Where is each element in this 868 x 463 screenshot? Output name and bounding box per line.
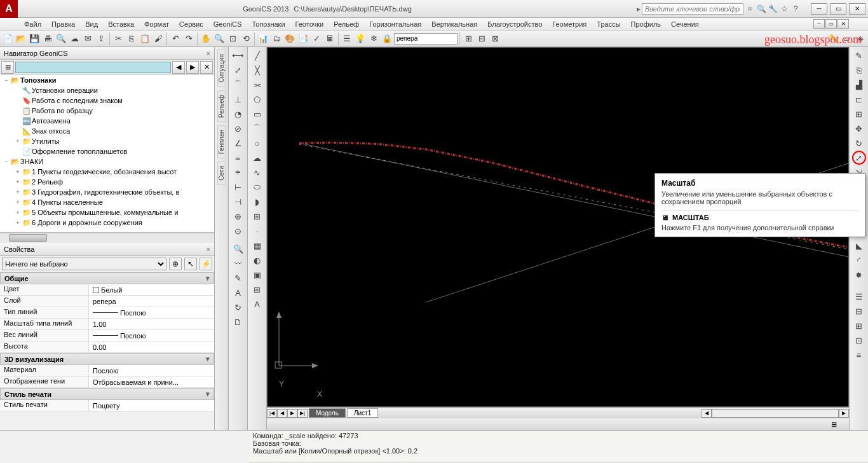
point-icon[interactable]: ∙: [250, 224, 264, 238]
prop-row[interactable]: Цвет Белый: [0, 284, 214, 296]
doc-minimize-button[interactable]: ─: [813, 19, 825, 29]
undo-icon[interactable]: ↶: [169, 32, 182, 45]
zoom-realtime-icon[interactable]: 🔍: [213, 32, 226, 45]
tree-item[interactable]: 📋Работа по образцу: [0, 106, 214, 116]
prop-section[interactable]: Общие▾: [0, 272, 214, 284]
layer-combo[interactable]: [394, 33, 458, 45]
redo-icon[interactable]: ↷: [182, 32, 195, 45]
layers-off-icon[interactable]: ⊠: [489, 32, 501, 45]
tree-scrollbar[interactable]: [0, 233, 214, 243]
toolpalette-icon[interactable]: 🎨: [283, 32, 296, 45]
menu-toposigns[interactable]: Топознаки: [247, 19, 290, 29]
app-logo[interactable]: A: [0, 0, 18, 18]
properties-close-icon[interactable]: ×: [207, 245, 210, 253]
key-icon[interactable]: 🔧: [768, 4, 778, 14]
open-icon[interactable]: 📂: [15, 32, 27, 45]
tree-item[interactable]: 🔤Автозамена: [0, 116, 214, 126]
match-icon[interactable]: 🖌: [152, 32, 165, 45]
layers-tool-icon[interactable]: ⊞: [462, 32, 475, 45]
menu-routes[interactable]: Трассы: [592, 19, 625, 29]
prop-row[interactable]: Вес линий Послою: [0, 330, 214, 342]
layer-tool3-icon[interactable]: ⊞: [852, 319, 866, 333]
tab-first-icon[interactable]: |◀: [267, 409, 277, 418]
menu-service[interactable]: Сервис: [174, 19, 208, 29]
prop-row[interactable]: Тип линий Послою: [0, 307, 214, 319]
tree-item[interactable]: −📂ЗНАКИ: [0, 156, 214, 167]
navigator-search-input[interactable]: [15, 62, 171, 73]
menu-vertical[interactable]: Вертикальная: [426, 19, 482, 29]
tab-prev-icon[interactable]: ◀: [277, 409, 287, 418]
dimupdate-icon[interactable]: ↻: [231, 300, 245, 314]
vtab-networks[interactable]: Сети: [217, 162, 226, 185]
region-icon[interactable]: ▣: [250, 268, 264, 282]
tab-model[interactable]: Модель: [309, 408, 346, 418]
copy2-icon[interactable]: ⎘: [852, 63, 866, 77]
save-icon[interactable]: 💾: [28, 32, 41, 45]
close-button[interactable]: ✕: [849, 3, 865, 15]
vtab-situation[interactable]: Ситуация: [217, 50, 226, 87]
dimstyle-icon[interactable]: 🗋: [231, 315, 245, 329]
ellipse-icon[interactable]: ⬭: [250, 180, 264, 194]
layer-lock-icon[interactable]: 🔒: [381, 32, 393, 45]
help-icon[interactable]: ?: [790, 4, 801, 14]
menu-relief[interactable]: Рельеф: [329, 19, 364, 29]
zoom-window-icon[interactable]: ⊡: [226, 32, 239, 45]
mtext-icon[interactable]: A: [250, 297, 264, 311]
layer-tool1-icon[interactable]: ☰: [852, 289, 866, 303]
line-icon[interactable]: ╱: [250, 48, 264, 62]
tree-item[interactable]: +📁6 Дороги и дорожные сооружения: [0, 218, 214, 228]
prop-section[interactable]: Стиль печати▾: [0, 388, 214, 400]
menu-sections[interactable]: Сечения: [666, 19, 704, 29]
sheetset-icon[interactable]: 📑: [297, 32, 309, 45]
infocenter-icon[interactable]: ⌗: [745, 4, 755, 14]
paste-icon[interactable]: 📋: [139, 32, 151, 45]
revcloud-icon[interactable]: ☁: [250, 151, 264, 165]
prop-section[interactable]: 3D визуализация▾: [0, 353, 214, 365]
new-icon[interactable]: 📄: [1, 32, 14, 45]
menu-edit[interactable]: Правка: [46, 19, 80, 29]
measure-icon[interactable]: 📏: [827, 32, 840, 45]
offset-icon[interactable]: ⊏: [852, 92, 866, 106]
circle-icon[interactable]: ○: [250, 136, 264, 150]
doc-close-button[interactable]: ✕: [837, 19, 849, 29]
send-icon[interactable]: ✉: [81, 32, 94, 45]
select-icon[interactable]: ↖: [184, 258, 197, 270]
menu-view[interactable]: Вид: [80, 19, 103, 29]
tree-item[interactable]: +📁5 Объекты промышленные, коммунальные и: [0, 207, 214, 218]
layer-tool4-icon[interactable]: ⊡: [852, 333, 866, 347]
export-icon[interactable]: ⇪: [95, 32, 107, 45]
menu-file[interactable]: Файл: [19, 19, 46, 29]
navigator-tree[interactable]: −📂Топознаки🔧Установки операции🔖Работа с …: [0, 75, 214, 233]
tree-item[interactable]: 🔖Работа с последним знаком: [0, 95, 214, 106]
cut-icon[interactable]: ✂: [112, 32, 125, 45]
menu-horizontal[interactable]: Горизонтальная: [364, 19, 426, 29]
layer-tool5-icon[interactable]: ≡: [852, 348, 866, 362]
pickadd-icon[interactable]: ⊕: [169, 258, 182, 270]
menu-geonics[interactable]: GeoniCS: [208, 19, 247, 29]
tree-item[interactable]: 📄Оформление топопланшетов: [0, 146, 214, 156]
jogged-icon[interactable]: 〰: [231, 256, 245, 270]
tree-item[interactable]: −📂Топознаки: [0, 75, 214, 85]
layer-state-icon[interactable]: 💡: [354, 32, 367, 45]
prop-row[interactable]: Масштаб типа линий1.00: [0, 319, 214, 330]
hatch-icon[interactable]: ▦: [250, 238, 264, 252]
prop-row[interactable]: МатериалПослою: [0, 365, 214, 377]
block-icon[interactable]: ⊞: [250, 209, 264, 223]
hscroll-left-icon[interactable]: ◀: [702, 409, 712, 418]
tolerance-icon[interactable]: ⊕: [231, 209, 245, 223]
tree-item[interactable]: 📐Знак откоса: [0, 126, 214, 136]
pan-icon[interactable]: ✋: [200, 32, 212, 45]
layer-freeze-icon[interactable]: ❄: [367, 32, 380, 45]
array-icon[interactable]: ⊞: [852, 107, 866, 121]
rotate-icon[interactable]: ↻: [852, 136, 866, 150]
fillet-icon[interactable]: ◜: [852, 253, 866, 267]
dimedit-icon[interactable]: ✎: [231, 271, 245, 285]
spline-icon[interactable]: ∿: [250, 165, 264, 179]
layer-props-icon[interactable]: ☰: [341, 32, 353, 45]
menu-format[interactable]: Формат: [139, 19, 174, 29]
layer-tool2-icon[interactable]: ⊟: [852, 304, 866, 318]
area-icon[interactable]: ▱: [841, 32, 853, 45]
move-icon[interactable]: ✥: [852, 121, 866, 135]
mirror-icon[interactable]: ▟: [852, 78, 866, 92]
rectangle-icon[interactable]: ▭: [250, 107, 264, 121]
